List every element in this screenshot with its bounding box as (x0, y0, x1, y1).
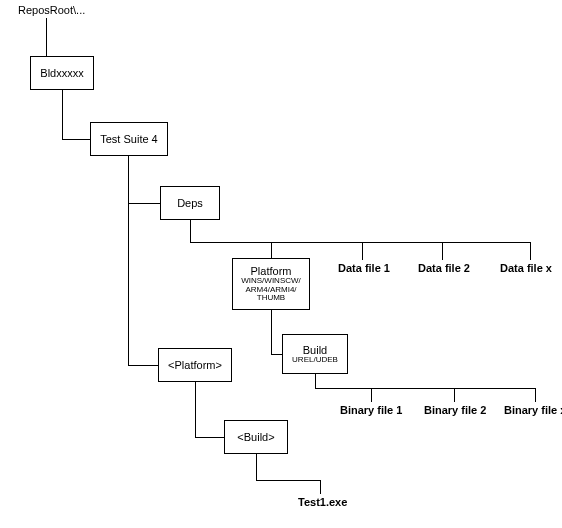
connector (256, 480, 320, 481)
node-build-sub: UREL/UDEB (292, 356, 338, 365)
node-testsuite-label: Test Suite 4 (100, 133, 157, 145)
connector (454, 388, 455, 402)
node-testsuite: Test Suite 4 (90, 122, 168, 156)
node-build2-label: <Build> (237, 431, 274, 443)
connector (320, 480, 321, 494)
label-datafile-1: Data file 1 (338, 262, 390, 274)
node-platform-sub: WINS/WINSCW/ ARM4/ARMI4/ THUMB (237, 277, 305, 303)
connector (535, 388, 536, 402)
connector (442, 242, 443, 260)
connector (271, 354, 282, 355)
connector (271, 242, 272, 258)
connector (362, 242, 363, 260)
connector (530, 242, 531, 260)
connector (195, 437, 224, 438)
connector (46, 18, 47, 56)
label-datafile-x: Data file x (500, 262, 552, 274)
node-platform: Platform WINS/WINSCW/ ARM4/ARMI4/ THUMB (232, 258, 310, 310)
node-platform-title: Platform (251, 265, 292, 277)
label-test-exe: Test1.exe (298, 496, 347, 508)
connector (315, 388, 535, 389)
node-build: Build UREL/UDEB (282, 334, 348, 374)
connector (271, 310, 272, 354)
node-bld-label: Bldxxxxx (40, 67, 83, 79)
label-binaryfile-x: Binary file x (504, 404, 562, 416)
node-build2: <Build> (224, 420, 288, 454)
connector (195, 382, 196, 437)
node-deps: Deps (160, 186, 220, 220)
node-bld: Bldxxxxx (30, 56, 94, 90)
label-datafile-2: Data file 2 (418, 262, 470, 274)
connector (371, 388, 372, 402)
connector (128, 156, 129, 366)
label-binaryfile-1: Binary file 1 (340, 404, 402, 416)
node-platform2-label: <Platform> (168, 359, 222, 371)
connector (62, 139, 90, 140)
connector (190, 220, 191, 242)
connector (190, 242, 530, 243)
label-binaryfile-2: Binary file 2 (424, 404, 486, 416)
node-build-title: Build (303, 344, 327, 356)
connector (128, 203, 160, 204)
directory-tree-diagram: ReposRoot\... Bldxxxxx Test Suite 4 Deps… (0, 0, 562, 528)
node-deps-label: Deps (177, 197, 203, 209)
connector (62, 90, 63, 139)
connector (256, 454, 257, 480)
node-platform2: <Platform> (158, 348, 232, 382)
root-label: ReposRoot\... (18, 4, 85, 16)
connector (128, 365, 158, 366)
connector (315, 374, 316, 388)
